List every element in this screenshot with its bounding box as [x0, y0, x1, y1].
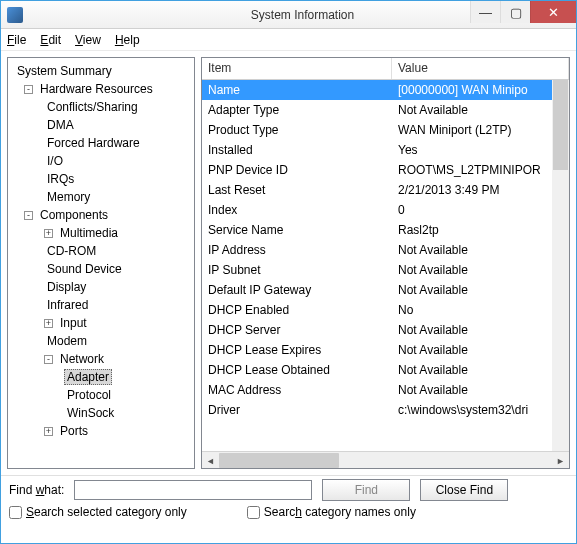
cell-value: Not Available — [392, 383, 569, 397]
grid-row[interactable]: DHCP Lease ObtainedNot Available — [202, 360, 569, 380]
menu-file[interactable]: File — [7, 33, 26, 47]
cell-item: DHCP Server — [202, 323, 392, 337]
grid-row[interactable]: Last Reset2/21/2013 3:49 PM — [202, 180, 569, 200]
minimize-button[interactable]: — — [470, 1, 500, 23]
tree-item[interactable]: +Input — [10, 314, 192, 332]
scroll-left-icon[interactable]: ◄ — [202, 452, 219, 469]
column-header-item[interactable]: Item — [202, 58, 392, 79]
find-input[interactable] — [74, 480, 312, 500]
cell-value: c:\windows\system32\dri — [392, 403, 569, 417]
search-selected-category-checkbox[interactable]: Search selected category only — [9, 505, 187, 519]
expand-icon[interactable]: + — [44, 319, 53, 328]
menu-bar: File Edit View Help — [1, 29, 576, 51]
tree-item[interactable]: Display — [10, 278, 192, 296]
window-titlebar: System Information — ▢ ✕ — [1, 1, 576, 29]
column-header-value[interactable]: Value — [392, 58, 569, 79]
cell-value: Not Available — [392, 243, 569, 257]
grid-row[interactable]: Service NameRasl2tp — [202, 220, 569, 240]
cell-item: Installed — [202, 143, 392, 157]
cell-value: Not Available — [392, 263, 569, 277]
find-label: Find what: — [9, 483, 64, 497]
cell-value: ROOT\MS_L2TPMINIPOR — [392, 163, 569, 177]
find-options: Search selected category only Search cat… — [1, 503, 576, 525]
collapse-icon[interactable]: - — [24, 211, 33, 220]
cell-item: Default IP Gateway — [202, 283, 392, 297]
grid-row[interactable]: IP AddressNot Available — [202, 240, 569, 260]
tree-item[interactable]: IRQs — [10, 170, 192, 188]
cell-item: Index — [202, 203, 392, 217]
grid-row[interactable]: IP SubnetNot Available — [202, 260, 569, 280]
checkbox[interactable] — [247, 506, 260, 519]
grid-row[interactable]: Default IP GatewayNot Available — [202, 280, 569, 300]
cell-item: Last Reset — [202, 183, 392, 197]
cell-item: DHCP Lease Expires — [202, 343, 392, 357]
content-area: System Summary - Hardware Resources Conf… — [1, 51, 576, 475]
grid-row[interactable]: DHCP EnabledNo — [202, 300, 569, 320]
grid-header: Item Value — [202, 58, 569, 80]
collapse-icon[interactable]: - — [44, 355, 53, 364]
cell-item: DHCP Enabled — [202, 303, 392, 317]
scrollbar-thumb[interactable] — [553, 80, 568, 170]
grid-row[interactable]: Adapter TypeNot Available — [202, 100, 569, 120]
tree-item[interactable]: Sound Device — [10, 260, 192, 278]
cell-item: PNP Device ID — [202, 163, 392, 177]
cell-value: Not Available — [392, 363, 569, 377]
window-controls: — ▢ ✕ — [470, 1, 576, 23]
search-category-names-checkbox[interactable]: Search category names only — [247, 505, 416, 519]
tree-item[interactable]: Infrared — [10, 296, 192, 314]
tree-item[interactable]: +Multimedia — [10, 224, 192, 242]
cell-value: Not Available — [392, 283, 569, 297]
expand-icon[interactable]: + — [44, 229, 53, 238]
tree-view[interactable]: System Summary - Hardware Resources Conf… — [7, 57, 195, 469]
grid-row[interactable]: DHCP ServerNot Available — [202, 320, 569, 340]
cell-value: Not Available — [392, 323, 569, 337]
grid-body[interactable]: Name[00000000] WAN MinipoAdapter TypeNot… — [202, 80, 569, 451]
tree-item[interactable]: Adapter — [10, 368, 192, 386]
cell-item: DHCP Lease Obtained — [202, 363, 392, 377]
grid-row[interactable]: Product TypeWAN Miniport (L2TP) — [202, 120, 569, 140]
checkbox[interactable] — [9, 506, 22, 519]
grid-row[interactable]: Index0 — [202, 200, 569, 220]
scroll-right-icon[interactable]: ► — [552, 452, 569, 469]
grid-row[interactable]: InstalledYes — [202, 140, 569, 160]
tree-item[interactable]: Conflicts/Sharing — [10, 98, 192, 116]
cell-item: Driver — [202, 403, 392, 417]
menu-help[interactable]: Help — [115, 33, 140, 47]
grid-row[interactable]: Driverc:\windows\system32\dri — [202, 400, 569, 420]
find-bar: Find what: Find Close Find — [1, 475, 576, 503]
expand-icon[interactable]: + — [44, 427, 53, 436]
tree-components[interactable]: - Components — [10, 206, 192, 224]
tree-root[interactable]: System Summary — [10, 62, 192, 80]
tree-item[interactable]: WinSock — [10, 404, 192, 422]
menu-view[interactable]: View — [75, 33, 101, 47]
tree-item[interactable]: Protocol — [10, 386, 192, 404]
tree-item[interactable]: I/O — [10, 152, 192, 170]
tree-network[interactable]: - Network — [10, 350, 192, 368]
tree-ports[interactable]: + Ports — [10, 422, 192, 440]
tree-item[interactable]: DMA — [10, 116, 192, 134]
tree-item[interactable]: Forced Hardware — [10, 134, 192, 152]
grid-row[interactable]: PNP Device IDROOT\MS_L2TPMINIPOR — [202, 160, 569, 180]
scrollbar-thumb[interactable] — [219, 453, 339, 468]
maximize-button[interactable]: ▢ — [500, 1, 530, 23]
vertical-scrollbar[interactable] — [552, 80, 569, 451]
cell-item: MAC Address — [202, 383, 392, 397]
tree-item[interactable]: Memory — [10, 188, 192, 206]
cell-item: Adapter Type — [202, 103, 392, 117]
cell-item: IP Subnet — [202, 263, 392, 277]
tree-item[interactable]: Modem — [10, 332, 192, 350]
collapse-icon[interactable]: - — [24, 85, 33, 94]
grid-row[interactable]: MAC AddressNot Available — [202, 380, 569, 400]
cell-item: IP Address — [202, 243, 392, 257]
menu-edit[interactable]: Edit — [40, 33, 61, 47]
find-button[interactable]: Find — [322, 479, 410, 501]
cell-item: Product Type — [202, 123, 392, 137]
horizontal-scrollbar[interactable]: ◄ ► — [202, 451, 569, 468]
close-button[interactable]: ✕ — [530, 1, 576, 23]
close-find-button[interactable]: Close Find — [420, 479, 508, 501]
cell-value: Rasl2tp — [392, 223, 569, 237]
tree-item[interactable]: CD-ROM — [10, 242, 192, 260]
grid-row[interactable]: DHCP Lease ExpiresNot Available — [202, 340, 569, 360]
grid-row[interactable]: Name[00000000] WAN Minipo — [202, 80, 569, 100]
tree-hardware-resources[interactable]: - Hardware Resources — [10, 80, 192, 98]
